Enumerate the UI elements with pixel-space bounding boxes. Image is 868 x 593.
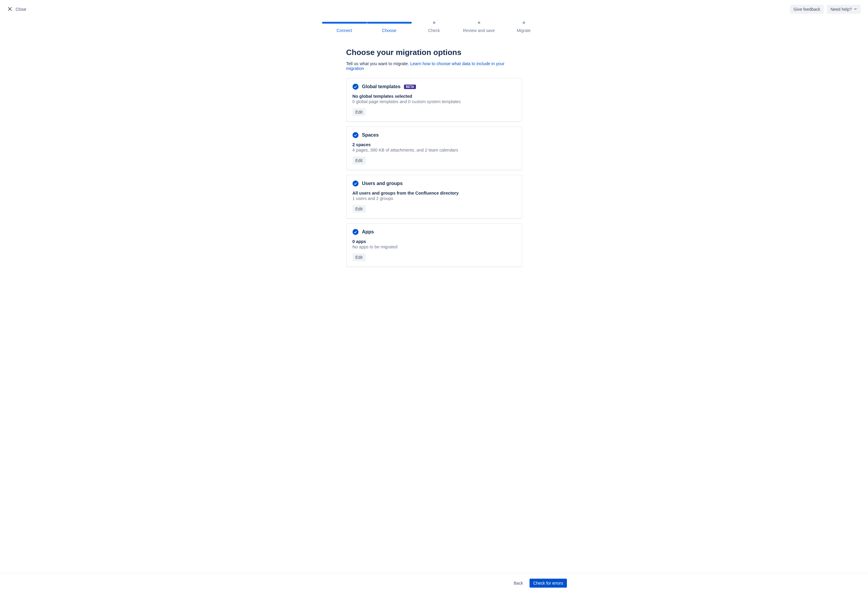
card-spaces: Spaces 2 spaces 4 pages, 390 KB of attac… (346, 127, 522, 170)
chevron-down-icon (854, 7, 857, 12)
card-title: Users and groups (362, 181, 403, 186)
page-description: Tell us what you want to migrate. Learn … (346, 61, 522, 71)
check-circle-icon (353, 180, 359, 186)
top-right-buttons: Give feedback Need help? (790, 5, 861, 14)
card-summary-sub: 1 users and 2 groups (353, 196, 516, 201)
card-users-groups: Users and groups All users and groups fr… (346, 175, 522, 218)
check-circle-icon (353, 84, 359, 90)
step-choose: Choose (367, 22, 412, 33)
card-summary-bold: All users and groups from the Confluence… (353, 191, 516, 195)
step-review: Review and save (456, 22, 502, 33)
close-button[interactable]: Close (7, 6, 26, 13)
edit-global-templates-button[interactable]: Edit (353, 108, 366, 116)
step-label: Connect (337, 28, 352, 33)
card-apps: Apps 0 apps No apps to be migrated Edit (346, 223, 522, 267)
need-help-label: Need help? (830, 7, 852, 12)
step-migrate: Migrate (502, 22, 546, 33)
need-help-button[interactable]: Need help? (827, 5, 861, 14)
footer-bar: Back Check for errors (0, 573, 868, 593)
card-title: Global templates (362, 84, 401, 89)
close-label: Close (16, 7, 26, 12)
page-title: Choose your migration options (346, 48, 522, 57)
card-summary-bold: 2 spaces (353, 142, 516, 147)
main-content: Choose your migration options Tell us wh… (341, 48, 527, 267)
back-button[interactable]: Back (510, 579, 527, 588)
card-summary-sub: No apps to be migrated (353, 245, 516, 249)
step-label: Choose (382, 28, 396, 33)
step-connect: Connect (322, 22, 367, 33)
check-circle-icon (353, 229, 359, 235)
card-summary-sub: 0 global page templates and 0 custom sys… (353, 99, 516, 104)
beta-badge: BETA (404, 85, 416, 89)
card-summary-bold: No global templates selected (353, 94, 516, 99)
edit-apps-button[interactable]: Edit (353, 254, 366, 261)
step-label: Review and save (463, 28, 495, 33)
check-circle-icon (353, 132, 359, 138)
card-summary-bold: 0 apps (353, 239, 516, 244)
close-icon (7, 6, 13, 13)
intro-text: Tell us what you want to migrate. (346, 61, 410, 66)
progress-stepper: Connect Choose Check Review and save Mig… (0, 22, 868, 33)
check-for-errors-button[interactable]: Check for errors (530, 579, 567, 588)
card-title: Spaces (362, 133, 379, 138)
top-bar: Close Give feedback Need help? (0, 0, 868, 19)
card-summary-sub: 4 pages, 390 KB of attachments, and 2 te… (353, 148, 516, 152)
step-label: Check (428, 28, 440, 33)
edit-spaces-button[interactable]: Edit (353, 156, 366, 164)
give-feedback-button[interactable]: Give feedback (790, 5, 824, 14)
step-check: Check (412, 22, 456, 33)
step-label: Migrate (517, 28, 531, 33)
card-global-templates: Global templates BETA No global template… (346, 78, 522, 122)
card-title: Apps (362, 229, 374, 235)
edit-users-groups-button[interactable]: Edit (353, 205, 366, 213)
